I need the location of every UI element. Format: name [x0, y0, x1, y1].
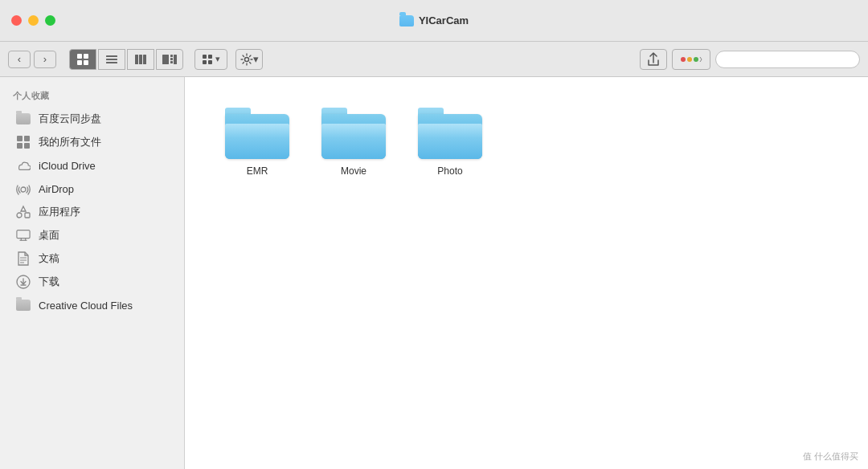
svg-rect-4 [106, 55, 117, 57]
svg-rect-20 [681, 57, 686, 62]
icloud-icon [16, 158, 31, 173]
downloads-icon [16, 275, 31, 289]
svg-rect-12 [170, 58, 173, 60]
toolbar-right [640, 49, 860, 70]
title-bar: YICarCam [0, 0, 868, 42]
content-area: EMR Movie Photo 值 什么值得买 [185, 77, 868, 469]
nav-buttons: ‹ › [8, 51, 56, 68]
svg-rect-14 [174, 55, 177, 64]
sidebar-item-creative-cloud[interactable]: Creative Cloud Files [3, 294, 181, 316]
title-folder-icon [399, 15, 414, 27]
sidebar-item-icloud-drive[interactable]: iCloud Drive [3, 154, 181, 177]
svg-rect-24 [24, 136, 30, 141]
forward-button[interactable]: › [34, 51, 56, 68]
svg-rect-10 [162, 55, 169, 64]
svg-rect-9 [143, 55, 146, 64]
folder-label-movie: Movie [341, 165, 366, 177]
gear-icon [240, 53, 253, 66]
action-button[interactable]: ▾ [235, 49, 263, 70]
window-title-area: YICarCam [399, 14, 469, 27]
sidebar-label-baidu-cloud: 百度云同步盘 [39, 112, 101, 126]
folder-item-movie[interactable]: Movie [313, 101, 394, 183]
sidebar-label-applications: 应用程序 [39, 205, 80, 219]
view-buttons [69, 49, 183, 70]
window-title: YICarCam [419, 14, 469, 27]
svg-rect-8 [139, 55, 142, 64]
svg-rect-25 [17, 143, 23, 149]
view-list-button[interactable] [98, 49, 125, 70]
sidebar-item-documents[interactable]: 文稿 [3, 247, 181, 270]
svg-rect-17 [203, 60, 207, 64]
group-by-button[interactable]: ▾ [194, 49, 227, 70]
svg-rect-29 [25, 213, 30, 218]
folder-item-photo[interactable]: Photo [410, 101, 490, 183]
svg-rect-15 [203, 55, 207, 59]
toolbar: ‹ › [0, 42, 868, 77]
svg-rect-3 [84, 60, 88, 65]
documents-icon [16, 251, 31, 266]
airdrop-icon [16, 181, 31, 196]
svg-rect-6 [106, 62, 117, 63]
sidebar-label-icloud: iCloud Drive [39, 160, 96, 172]
watermark: 值 什么值得买 [803, 451, 858, 463]
action-chevron: ▾ [253, 53, 259, 65]
svg-rect-22 [694, 57, 698, 62]
svg-rect-21 [687, 57, 692, 62]
svg-rect-23 [17, 136, 23, 141]
all-files-icon [16, 135, 31, 149]
svg-rect-26 [24, 143, 30, 149]
dropdown-chevron: ▾ [215, 54, 220, 64]
folder-icon-photo [418, 108, 482, 159]
folder-icon-emr [225, 108, 289, 159]
main-content: 个人收藏 百度云同步盘 我的所有文件 [0, 77, 868, 469]
cover-icon [162, 53, 178, 66]
svg-point-27 [21, 187, 26, 192]
folder-label-photo: Photo [437, 165, 462, 177]
maximize-button[interactable] [45, 15, 55, 26]
tag-icon [680, 54, 702, 65]
window-controls [11, 15, 55, 26]
search-input[interactable] [715, 51, 860, 68]
sidebar-section-personal: 个人收藏 [0, 77, 184, 107]
sidebar-item-downloads[interactable]: 下载 [3, 271, 181, 293]
desktop-icon [16, 228, 31, 243]
svg-rect-7 [135, 55, 138, 64]
sidebar-label-all-files: 我的所有文件 [39, 135, 101, 149]
sidebar-label-airdrop: AirDrop [39, 183, 74, 195]
close-button[interactable] [11, 15, 22, 26]
svg-rect-1 [84, 54, 88, 59]
svg-rect-13 [170, 61, 173, 63]
sidebar-item-baidu-cloud[interactable]: 百度云同步盘 [3, 108, 181, 130]
view-columns-button[interactable] [127, 49, 154, 70]
svg-rect-11 [170, 55, 173, 57]
folder-icon [16, 112, 31, 126]
forward-icon: › [43, 53, 47, 65]
svg-rect-16 [208, 55, 212, 59]
folder-icon-movie [321, 108, 386, 159]
folder-item-emr[interactable]: EMR [217, 101, 297, 183]
columns-icon [134, 53, 147, 66]
list-icon [105, 53, 118, 66]
svg-point-28 [17, 213, 22, 218]
svg-rect-30 [17, 230, 30, 239]
minimize-button[interactable] [28, 15, 39, 26]
sidebar-item-airdrop[interactable]: AirDrop [3, 177, 181, 200]
sidebar-label-desktop: 桌面 [39, 228, 59, 243]
share-button[interactable] [640, 49, 667, 70]
tag-button[interactable] [672, 49, 710, 70]
back-button[interactable]: ‹ [8, 51, 31, 68]
svg-rect-0 [77, 54, 82, 59]
grid-icon [76, 53, 89, 66]
sidebar-item-desktop[interactable]: 桌面 [3, 224, 181, 247]
view-grid-button[interactable] [69, 49, 96, 70]
svg-point-19 [244, 57, 248, 61]
sidebar-item-all-files[interactable]: 我的所有文件 [3, 131, 181, 153]
svg-rect-18 [208, 60, 212, 64]
creative-cloud-folder-icon [16, 298, 31, 312]
view-cover-button[interactable] [156, 49, 183, 70]
folder-label-emr: EMR [247, 165, 268, 177]
sidebar-item-applications[interactable]: 应用程序 [3, 201, 181, 223]
sidebar-resizer[interactable] [180, 77, 184, 469]
svg-rect-5 [106, 59, 117, 60]
sidebar: 个人收藏 百度云同步盘 我的所有文件 [0, 77, 185, 469]
